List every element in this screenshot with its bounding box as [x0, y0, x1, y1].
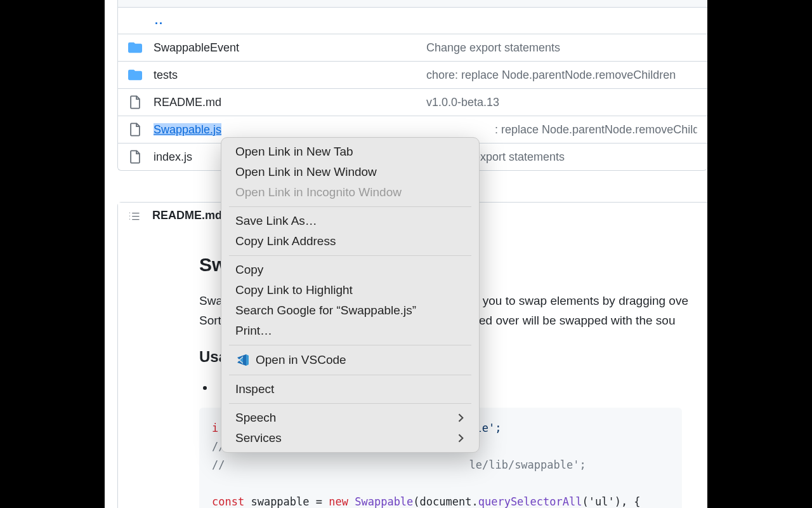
file-icon: [128, 150, 142, 164]
commit-message[interactable]: v1.0.0-beta.13: [426, 96, 697, 109]
folder-icon: [128, 41, 142, 55]
context-menu: Open Link in New Tab Open Link in New Wi…: [221, 137, 480, 453]
menu-separator: [229, 206, 471, 207]
list-icon[interactable]: [128, 210, 141, 222]
menu-item-copy-link-address[interactable]: Copy Link Address: [221, 231, 479, 251]
menu-item-copy[interactable]: Copy: [221, 260, 479, 280]
parent-directory-link[interactable]: ..: [118, 8, 707, 34]
readme-filename: README.md: [152, 209, 222, 222]
menu-separator: [229, 345, 471, 345]
menu-separator: [229, 255, 471, 256]
chevron-right-icon: [457, 413, 465, 422]
commit-message[interactable]: : replace Node.parentNode.removeChildren: [426, 123, 697, 137]
file-name[interactable]: tests: [154, 69, 426, 82]
updir-label: ..: [155, 14, 164, 27]
menu-item-speech[interactable]: Speech: [221, 408, 479, 428]
menu-item-save-link-as[interactable]: Save Link As…: [221, 211, 479, 231]
file-icon: [128, 123, 142, 137]
commit-message[interactable]: chore: replace Node.parentNode.removeChi…: [426, 69, 697, 82]
file-name[interactable]: SwappableEvent: [154, 41, 426, 55]
folder-icon: [128, 68, 142, 82]
file-listing-header: [118, 0, 707, 8]
file-icon: [128, 95, 142, 109]
commit-message[interactable]: Change export statements: [426, 41, 697, 55]
menu-item-copy-link-highlight[interactable]: Copy Link to Highlight: [221, 280, 479, 300]
menu-separator: [229, 375, 471, 375]
file-row[interactable]: README.md v1.0.0-beta.13: [118, 88, 707, 116]
menu-item-services[interactable]: Services: [221, 428, 479, 448]
menu-item-print[interactable]: Print…: [221, 321, 479, 341]
menu-separator: [229, 403, 471, 404]
menu-item-open-new-tab[interactable]: Open Link in New Tab: [221, 142, 479, 162]
file-name[interactable]: README.md: [154, 96, 426, 109]
menu-item-inspect[interactable]: Inspect: [221, 379, 479, 399]
menu-item-open-vscode[interactable]: Open in VSCode: [221, 349, 479, 371]
menu-item-open-incognito: Open Link in Incognito Window: [221, 182, 479, 203]
file-row[interactable]: SwappableEvent Change export statements: [118, 34, 707, 61]
menu-item-open-new-window[interactable]: Open Link in New Window: [221, 162, 479, 182]
file-row[interactable]: tests chore: replace Node.parentNode.rem…: [118, 61, 707, 88]
vscode-icon: [235, 352, 251, 368]
file-name[interactable]: Swappable.js: [154, 123, 426, 137]
menu-item-search-google[interactable]: Search Google for “Swappable.js”: [221, 300, 479, 321]
chevron-right-icon: [457, 434, 465, 443]
